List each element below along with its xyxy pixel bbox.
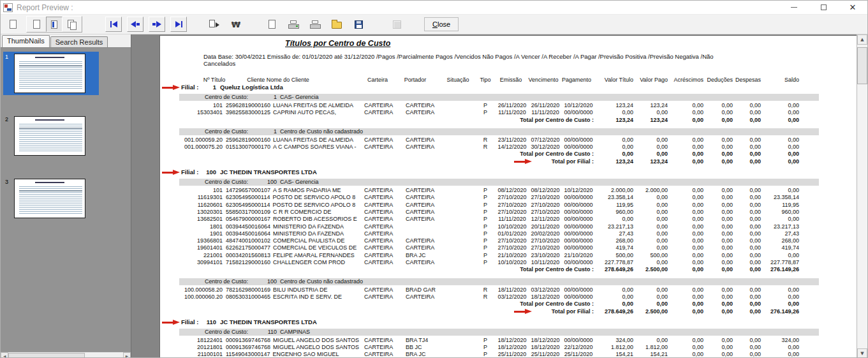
print-button[interactable]: [285, 17, 302, 32]
cell-num-titulo: 21100101: [179, 351, 223, 358]
first-page-button[interactable]: [105, 17, 122, 32]
centro-custo-band: Centro de Custo:1Centro de Custo não cad…: [179, 128, 819, 135]
centro-custo-band: Centro de Custo:100CAS- Gerencia: [179, 179, 819, 186]
cell-tipo: P: [478, 337, 493, 344]
printer-icon: [310, 20, 321, 29]
new-page-button[interactable]: [263, 17, 280, 32]
thumbnail-page-preview[interactable]: [14, 179, 85, 218]
cell-carteira: CARTEIRA: [364, 287, 393, 294]
report-info-line1: Data Base: 30/04/2021 Emissão de: 01/01/…: [203, 53, 714, 60]
cell-vencimento: 12/11/2020: [530, 216, 561, 223]
total-centro-row: Total por Centro de Custo :0,000,000,000…: [179, 301, 819, 308]
thumbnail-mini-band: [19, 128, 82, 129]
cell-num-titulo: 19366801: [179, 237, 223, 244]
table-row: 2110010111549043000147ENGENHO SAO MIGUEL…: [179, 351, 819, 358]
save-button[interactable]: [350, 17, 367, 32]
centro-custo-label: Centro de Custo:: [205, 94, 248, 101]
centro-custo-label: Centro de Custo:: [205, 329, 248, 336]
cell-carteira: CARTEIRA: [364, 230, 393, 237]
scroll-right-button[interactable]: ►: [123, 352, 131, 358]
previous-page-button[interactable]: [127, 17, 143, 32]
thumbnail-item[interactable]: 2: [3, 114, 99, 158]
cell-cliente-codigo: 55850317000109: [226, 209, 270, 215]
cell-tipo: P: [478, 187, 493, 194]
column-header: Cliente Nome do Cliente: [247, 77, 309, 84]
cell-vencimento: 27/10/2020: [530, 244, 561, 251]
table-row: 3099410171582129000160CHALLENGER COM PRO…: [179, 259, 819, 266]
cell-tipo: P: [478, 351, 493, 358]
zoom-100-button[interactable]: [46, 17, 63, 32]
report-preview-window: Report Preview : ✕ ₩ Close: [0, 0, 868, 358]
multi-page-icon: [68, 20, 77, 29]
cell-emissao: 18/12/2020: [497, 344, 527, 351]
cell-cliente-codigo: 00034201560813: [226, 252, 270, 258]
zoom-fit-button[interactable]: [28, 17, 45, 32]
next-page-icon: [152, 21, 161, 27]
page-icon: [10, 20, 17, 29]
centro-custo-code: 110: [243, 329, 277, 336]
cell-tipo: P: [478, 102, 493, 109]
cell-vencimento: 20/02/2020: [530, 230, 561, 237]
cell-cliente-nome: MINISTERIO DA FAZENDA: [273, 230, 344, 237]
tab-thumbnails[interactable]: ThumbNails: [2, 35, 50, 47]
cell-emissao: 25/11/2020: [497, 351, 527, 358]
cell-tipo: P: [478, 223, 493, 230]
horizontal-scrollbar-thumb[interactable]: [8, 353, 85, 358]
report-page: Títulos por Centro de Custo Data Base: 3…: [160, 36, 857, 358]
cell-cliente-codigo: 00091369746768: [226, 337, 270, 343]
minimize-icon: [791, 7, 797, 8]
cell-value: 23.358,14: [745, 194, 799, 201]
last-page-button[interactable]: [170, 17, 187, 32]
centro-custo-band: Centro de Custo:1CAS- Gerencia: [179, 94, 819, 101]
horizontal-scrollbar[interactable]: ◄ ►: [1, 352, 131, 358]
tab-search-results[interactable]: Search Results: [50, 36, 108, 47]
total-centro-label: Total por Centro de Custo :: [460, 301, 594, 308]
next-page-button[interactable]: [149, 17, 165, 32]
centro-custo-name: Centro de Custo não cadastrado: [280, 278, 363, 285]
currency-format-button[interactable]: ₩: [228, 17, 244, 32]
vertical-scrollbar-thumb[interactable]: [857, 47, 867, 84]
table-row: 001.000059.2025962819000160LUANA FREITAS…: [179, 137, 819, 144]
cell-cliente-codigo: 39825583000125: [226, 109, 270, 116]
thumbnail-item[interactable]: 3: [3, 177, 99, 220]
cell-vencimento: 25/11/2020: [530, 351, 561, 358]
cell-cliente-nome: MIGUEL ANGELO DOS SANTOS: [273, 337, 359, 343]
filial-name: JC THEDIN TRANSPORTES LTDA: [220, 168, 317, 176]
thumbnail-page-preview[interactable]: [14, 54, 85, 93]
cell-portador: CARTEIRA: [406, 109, 434, 116]
multi-page-button[interactable]: [64, 17, 80, 32]
cell-value: 0,00: [745, 144, 799, 151]
cell-tipo: R: [478, 287, 493, 294]
table-row: 100.000060.2008053031000465ESCRITA IND E…: [179, 294, 819, 301]
thumbnail-page-number: 3: [5, 179, 14, 185]
table-row: 1812240100091369746768MIGUEL ANGELO DOS …: [179, 337, 819, 344]
vertical-scrollbar-track[interactable]: [857, 45, 867, 348]
cell-value: 419,74: [745, 244, 799, 251]
scroll-down-button[interactable]: ▼: [857, 348, 867, 358]
cell-num-titulo: 100.000060.20: [179, 294, 223, 301]
vertical-scrollbar[interactable]: ▲ ▼: [857, 34, 867, 358]
total-centro-label: Total por Centro de Custo :: [460, 117, 594, 124]
minimize-button[interactable]: [779, 1, 809, 14]
scroll-left-button[interactable]: ◄: [1, 352, 8, 358]
maximize-button[interactable]: [809, 1, 838, 14]
filial-code: 110: [188, 318, 216, 326]
page-view-button[interactable]: [4, 17, 21, 32]
cell-cliente-nome: A C CAMPOS SOARES VIANA -: [273, 144, 357, 150]
printer-setup-button[interactable]: [206, 17, 223, 32]
print-alt-button[interactable]: [307, 17, 323, 32]
cell-vencimento: 27/10/2020: [530, 194, 561, 201]
spacer: [179, 124, 819, 128]
centro-custo-name: CAS- Gerencia: [280, 179, 319, 186]
table-row: 10114729657000107A S RAMOS PADARIA MECAR…: [179, 187, 819, 194]
cell-tipo: P: [478, 109, 493, 116]
thumbnail-page-preview[interactable]: [14, 116, 85, 156]
close-button[interactable]: Close: [424, 17, 459, 31]
thumbnail-item[interactable]: 1: [3, 52, 99, 95]
close-window-button[interactable]: ✕: [838, 1, 867, 14]
scroll-up-button[interactable]: ▲: [857, 34, 867, 45]
column-header: Vencimento: [528, 77, 558, 84]
currency-icon: ₩: [232, 20, 240, 29]
centro-custo-code: 1: [243, 128, 277, 135]
open-button[interactable]: [328, 17, 345, 32]
